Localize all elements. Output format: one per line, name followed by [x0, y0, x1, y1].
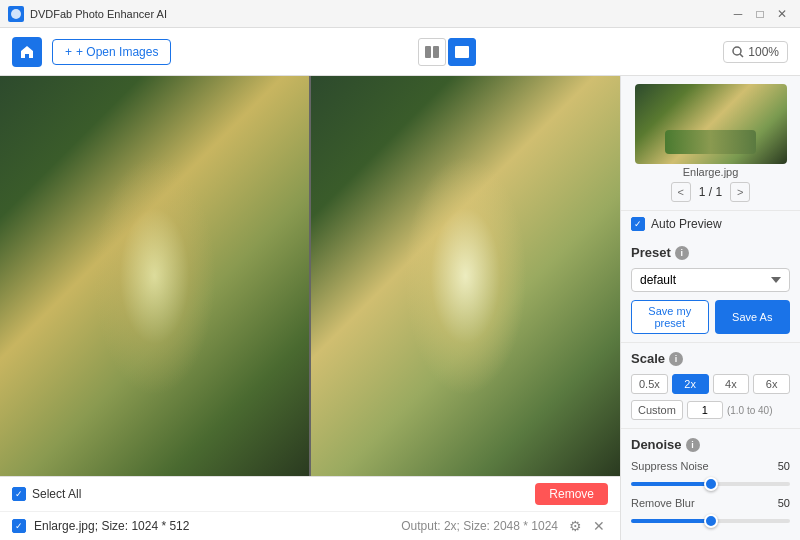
- image-area: Select All Remove Enlarge.jpg; Size: 102…: [0, 76, 620, 540]
- denoise-section: Denoise i Suppress Noise 50 Remove Blur …: [621, 429, 800, 540]
- scale-4x-button[interactable]: 4x: [713, 374, 750, 394]
- scale-title-text: Scale: [631, 351, 665, 366]
- remove-blur-label: Remove Blur: [631, 497, 695, 509]
- image-compare: [0, 76, 620, 476]
- right-panel: Enlarge.jpg < 1 / 1 > Auto Preview Prese…: [620, 76, 800, 540]
- file-item-row: Enlarge.jpg; Size: 1024 * 512 Output: 2x…: [0, 512, 620, 540]
- auto-preview-label: Auto Preview: [651, 217, 722, 231]
- scale-title: Scale i: [631, 351, 790, 366]
- remove-blur-value: 50: [778, 497, 790, 509]
- svg-rect-3: [455, 46, 469, 58]
- scale-info-icon[interactable]: i: [669, 352, 683, 366]
- scale-2x-button[interactable]: 2x: [672, 374, 709, 394]
- scale-custom-input[interactable]: [687, 401, 723, 419]
- toolbar: + + Open Images 100%: [0, 28, 800, 76]
- thumbnail-image: [635, 84, 787, 164]
- svg-line-5: [740, 54, 743, 57]
- original-image-panel: [0, 76, 309, 476]
- denoise-title: Denoise i: [631, 437, 790, 452]
- save-my-preset-button[interactable]: Save my preset: [631, 300, 709, 334]
- preset-title: Preset i: [631, 245, 790, 260]
- select-all-checkbox[interactable]: [12, 487, 26, 501]
- save-as-button[interactable]: Save As: [715, 300, 791, 334]
- enhanced-image: [311, 76, 620, 476]
- scale-range-hint: (1.0 to 40): [727, 405, 773, 416]
- enhanced-image-panel: [309, 76, 620, 476]
- thumbnail-filename: Enlarge.jpg: [683, 166, 739, 178]
- denoise-title-text: Denoise: [631, 437, 682, 452]
- open-images-label: + Open Images: [76, 45, 158, 59]
- select-all-row: Select All Remove: [0, 477, 620, 512]
- single-view-button[interactable]: [448, 38, 476, 66]
- app-icon-svg: [11, 9, 21, 19]
- svg-point-4: [733, 47, 741, 55]
- minimize-button[interactable]: ─: [728, 4, 748, 24]
- view-toggle: [418, 38, 476, 66]
- svg-rect-2: [433, 46, 439, 58]
- thumbnail-area: Enlarge.jpg < 1 / 1 >: [621, 76, 800, 211]
- split-view-button[interactable]: [418, 38, 446, 66]
- next-image-button[interactable]: >: [730, 182, 750, 202]
- suppress-noise-slider[interactable]: [631, 482, 790, 486]
- scale-6x-button[interactable]: 6x: [753, 374, 790, 394]
- suppress-noise-label: Suppress Noise: [631, 460, 709, 472]
- original-image: [0, 76, 309, 476]
- remove-blur-group: Remove Blur 50: [631, 497, 790, 526]
- select-all-label[interactable]: Select All: [12, 487, 81, 501]
- thumbnail-counter: 1 / 1: [699, 185, 722, 199]
- remove-blur-label-row: Remove Blur 50: [631, 497, 790, 509]
- auto-preview-checkbox[interactable]: [631, 217, 645, 231]
- select-all-text: Select All: [32, 487, 81, 501]
- maximize-button[interactable]: □: [750, 4, 770, 24]
- thumbnail-nav: < 1 / 1 >: [671, 182, 750, 202]
- file-list-area: Select All Remove Enlarge.jpg; Size: 102…: [0, 476, 620, 540]
- app-title: DVDFab Photo Enhancer AI: [30, 8, 167, 20]
- app-icon: [8, 6, 24, 22]
- scale-section: Scale i 0.5x 2x 4x 6x Custom (1.0 to 40): [621, 343, 800, 429]
- preset-info-icon[interactable]: i: [675, 246, 689, 260]
- denoise-info-icon[interactable]: i: [686, 438, 700, 452]
- suppress-noise-group: Suppress Noise 50: [631, 460, 790, 489]
- zoom-indicator: 100%: [723, 41, 788, 63]
- svg-point-0: [11, 9, 21, 19]
- open-images-button[interactable]: + + Open Images: [52, 39, 171, 65]
- auto-preview-row: Auto Preview: [621, 211, 800, 237]
- file-settings-button[interactable]: ⚙: [566, 517, 584, 535]
- home-button[interactable]: [12, 37, 42, 67]
- prev-image-button[interactable]: <: [671, 182, 691, 202]
- file-output: Output: 2x; Size: 2048 * 1024: [401, 519, 558, 533]
- preset-title-text: Preset: [631, 245, 671, 260]
- file-item-checkbox[interactable]: [12, 519, 26, 533]
- open-images-icon: +: [65, 45, 72, 59]
- file-info: Enlarge.jpg; Size: 1024 * 512: [34, 519, 393, 533]
- file-remove-button[interactable]: ✕: [590, 517, 608, 535]
- main-content: Select All Remove Enlarge.jpg; Size: 102…: [0, 76, 800, 540]
- scale-custom-row: Custom (1.0 to 40): [631, 400, 790, 420]
- titlebar: DVDFab Photo Enhancer AI ─ □ ✕: [0, 0, 800, 28]
- svg-rect-1: [425, 46, 431, 58]
- preset-dropdown[interactable]: default portrait landscape anime: [631, 268, 790, 292]
- scale-buttons: 0.5x 2x 4x 6x: [631, 374, 790, 394]
- home-icon: [20, 45, 34, 59]
- remove-button[interactable]: Remove: [535, 483, 608, 505]
- remove-blur-slider[interactable]: [631, 519, 790, 523]
- scale-custom-button[interactable]: Custom: [631, 400, 683, 420]
- file-actions: ⚙ ✕: [566, 517, 608, 535]
- preset-section: Preset i default portrait landscape anim…: [621, 237, 800, 343]
- window-controls: ─ □ ✕: [728, 4, 792, 24]
- single-view-icon: [454, 44, 470, 60]
- suppress-noise-value: 50: [778, 460, 790, 472]
- toolbar-left: + + Open Images: [12, 37, 171, 67]
- zoom-icon: [732, 46, 744, 58]
- zoom-value: 100%: [748, 45, 779, 59]
- split-view-icon: [424, 44, 440, 60]
- suppress-noise-label-row: Suppress Noise 50: [631, 460, 790, 472]
- close-button[interactable]: ✕: [772, 4, 792, 24]
- preset-buttons: Save my preset Save As: [631, 300, 790, 334]
- scale-0-5x-button[interactable]: 0.5x: [631, 374, 668, 394]
- titlebar-left: DVDFab Photo Enhancer AI: [8, 6, 167, 22]
